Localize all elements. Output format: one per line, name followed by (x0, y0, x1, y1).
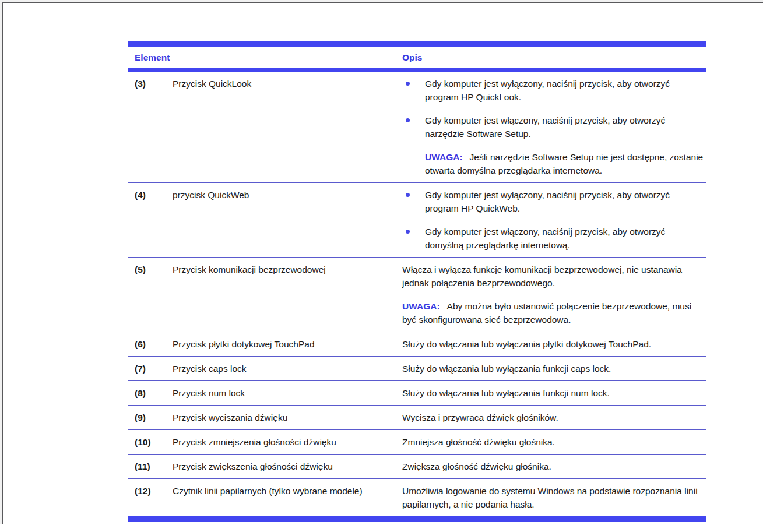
row-element-label: Przycisk płytki dotykowej TouchPad (173, 337, 402, 351)
bullet-text: Gdy komputer jest włączony, naciśnij prz… (425, 227, 665, 250)
row-description: Zmniejsza głośność dźwięku głośnika. (402, 435, 706, 449)
table-row: (8)Przycisk num lockSłuży do włączania l… (128, 381, 706, 406)
row-description: Służy do włączania lub wyłączania płytki… (402, 337, 706, 351)
bullet-icon (406, 230, 410, 234)
bullet-list-item: Gdy komputer jest wyłączony, naciśnij pr… (402, 77, 706, 104)
table-row: (5)Przycisk komunikacji bezprzewodowejWł… (128, 258, 706, 332)
bullet-list-item: Gdy komputer jest włączony, naciśnij prz… (402, 114, 706, 140)
row-element-label: Przycisk wyciszania dźwięku (173, 411, 402, 424)
bullet-list-item: Gdy komputer jest włączony, naciśnij prz… (402, 225, 706, 252)
row-description: Służy do włączania lub wyłączania funkcj… (402, 362, 706, 375)
table-row: (3)Przycisk QuickLookGdy komputer jest w… (128, 72, 706, 183)
description-paragraph: Służy do włączania lub wyłączania funkcj… (402, 362, 706, 375)
table-row: (10)Przycisk zmniejszenia głośności dźwi… (128, 430, 706, 455)
row-element-label: przycisk QuickWeb (173, 188, 402, 252)
page-top-border (0, 2, 763, 3)
table-row: (12)Czytnik linii papilarnych (tylko wyb… (128, 479, 706, 516)
note-paragraph: UWAGA:Jeśli narzędzie Software Setup nie… (425, 150, 706, 177)
table-row: (6)Przycisk płytki dotykowej TouchPadSłu… (128, 332, 706, 357)
row-description: Gdy komputer jest wyłączony, naciśnij pr… (402, 77, 706, 177)
row-description: Umożliwia logowanie do systemu Windows n… (402, 484, 706, 511)
description-paragraph: Wycisza i przywraca dźwięk głośników. (402, 411, 706, 424)
table-body: (3)Przycisk QuickLookGdy komputer jest w… (128, 72, 706, 516)
description-paragraph: Służy do włączania lub wyłączania płytki… (402, 337, 706, 351)
row-element-label: Przycisk caps lock (173, 362, 402, 375)
row-element-label: Przycisk num lock (173, 386, 402, 400)
description-paragraph: Umożliwia logowanie do systemu Windows n… (402, 484, 706, 511)
note-label: UWAGA: (402, 301, 440, 311)
row-number: (5) (128, 263, 173, 326)
table-row: (9)Przycisk wyciszania dźwiękuWycisza i … (128, 406, 706, 430)
row-description: Zwiększa głośność dźwięku głośnika. (402, 460, 706, 473)
row-number: (12) (128, 484, 173, 511)
row-element-label: Przycisk zwiększenia głośności dźwięku (173, 460, 402, 473)
row-number: (7) (128, 362, 173, 375)
table-top-bar (128, 41, 706, 47)
row-number: (8) (128, 386, 173, 400)
table-row: (7)Przycisk caps lockSłuży do włączania … (128, 357, 706, 381)
note-text: Jeśli narzędzie Software Setup nie jest … (425, 152, 703, 175)
bullet-icon (406, 193, 410, 197)
bullet-icon (406, 82, 410, 86)
note-text: Aby można było ustanowić połączenie bezp… (402, 301, 691, 325)
bullet-text: Gdy komputer jest wyłączony, naciśnij pr… (425, 79, 670, 102)
column-header-opis: Opis (402, 51, 706, 64)
page-left-border (2, 2, 3, 524)
row-number: (6) (128, 337, 173, 351)
row-description: Służy do włączania lub wyłączania funkcj… (402, 386, 706, 400)
note-paragraph: UWAGA:Aby można było ustanowić połączeni… (402, 300, 706, 326)
bullet-list-item: Gdy komputer jest wyłączony, naciśnij pr… (402, 188, 706, 215)
table-bottom-bar (128, 516, 706, 522)
bullet-text: Gdy komputer jest wyłączony, naciśnij pr… (425, 190, 670, 213)
row-description: Wycisza i przywraca dźwięk głośników. (402, 411, 706, 424)
description-paragraph: Służy do włączania lub wyłączania funkcj… (402, 386, 706, 400)
table-row: (11)Przycisk zwiększenia głośności dźwię… (128, 455, 706, 479)
bullet-icon (406, 118, 410, 122)
description-paragraph: Włącza i wyłącza funkcje komunikacji bez… (402, 263, 706, 290)
row-element-label: Przycisk zmniejszenia głośności dźwięku (173, 435, 402, 449)
note-label: UWAGA: (425, 152, 463, 162)
table-header-row: Element Opis (128, 47, 706, 68)
row-description: Włącza i wyłącza funkcje komunikacji bez… (402, 263, 706, 326)
row-number: (11) (128, 460, 173, 473)
row-number: (9) (128, 411, 173, 424)
row-description: Gdy komputer jest wyłączony, naciśnij pr… (402, 188, 706, 252)
row-number: (3) (128, 77, 173, 177)
description-paragraph: Zwiększa głośność dźwięku głośnika. (402, 460, 706, 473)
column-header-element: Element (128, 51, 402, 64)
description-paragraph: Zmniejsza głośność dźwięku głośnika. (402, 435, 706, 449)
table-row: (4)przycisk QuickWebGdy komputer jest wy… (128, 183, 706, 258)
bullet-text: Gdy komputer jest włączony, naciśnij prz… (425, 115, 665, 139)
row-element-label: Przycisk komunikacji bezprzewodowej (173, 263, 402, 326)
row-element-label: Czytnik linii papilarnych (tylko wybrane… (173, 484, 402, 511)
element-description-table: Element Opis (3)Przycisk QuickLookGdy ko… (128, 41, 706, 522)
row-number: (10) (128, 435, 173, 449)
row-number: (4) (128, 188, 173, 252)
row-element-label: Przycisk QuickLook (173, 77, 402, 177)
